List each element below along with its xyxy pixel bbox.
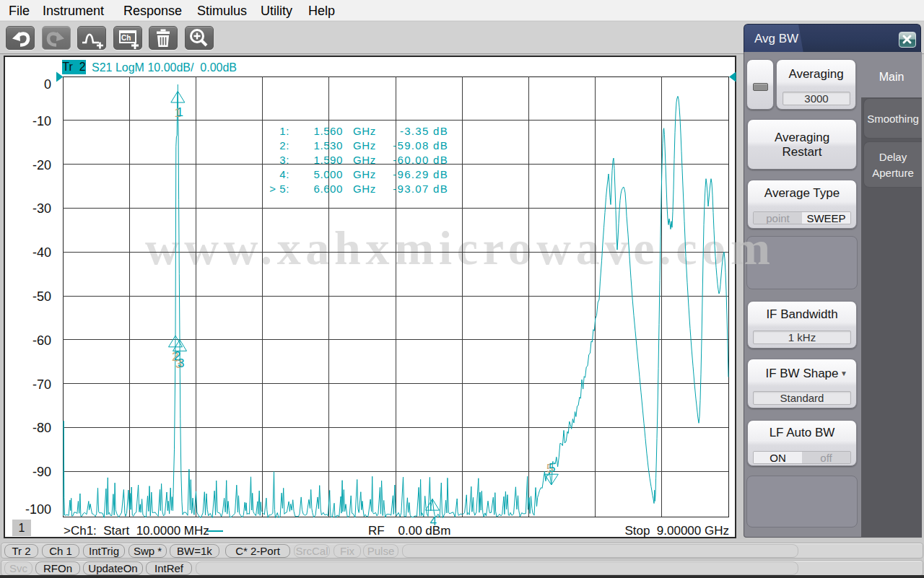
svg-text:1: 1 <box>177 105 183 119</box>
svg-text:5: 5 <box>549 461 555 475</box>
svg-text:3: 3 <box>178 356 184 370</box>
